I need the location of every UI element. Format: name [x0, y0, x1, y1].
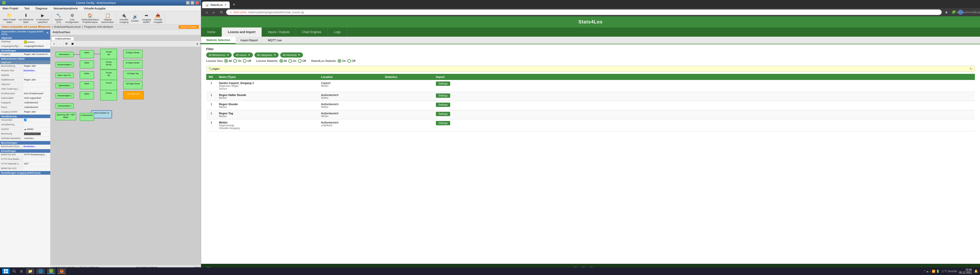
tool-in-miniserver[interactable]: ▶ In Miniserver speichern: [35, 12, 51, 24]
window-controls[interactable]: – □ ✕: [186, 1, 199, 5]
ersatz-button[interactable]: Ersatz ermitteln: [179, 25, 199, 29]
search-input[interactable]: [212, 67, 969, 70]
menu-netzwerk[interactable]: Netzwerkperipherie: [52, 6, 80, 10]
security-icon: ⚠: [229, 11, 232, 14]
tab-loxone-import[interactable]: Loxone and Import: [222, 27, 262, 37]
row2-loc-sub: Wetter: [321, 96, 380, 99]
properties-header: Eigenschaften (Virtueller Ausgang Befehl…: [0, 30, 50, 36]
minimize-button[interactable]: –: [186, 1, 189, 5]
tab-label: Stats4Lox: [210, 3, 223, 6]
tool-virtueller-ausgang[interactable]: 🔌 Virtueller Ausgang: [118, 12, 130, 24]
search-icon: 🔍: [208, 67, 212, 71]
tool-geraeute[interactable]: 🔊 Geräte+: [130, 13, 140, 23]
svg-text:Zähler: Zähler: [84, 93, 89, 95]
stats4lox-tab[interactable]: 📊 Stats4Lox ✕: [202, 2, 230, 8]
cell-import-2: Settings: [433, 92, 975, 101]
radio-s4l-on[interactable]: On: [338, 59, 346, 63]
table-row: 1 Regen Stunde Marker Außenbereich Wette…: [206, 101, 975, 110]
tool-gebaude[interactable]: 🏠 Gebäude&Status Projektanalyse: [80, 12, 100, 24]
tool-auto-konfig[interactable]: ⚙ Auto Konfiguration: [64, 12, 80, 24]
tab-close[interactable]: ✕: [224, 3, 227, 6]
prop-hinweis: Hinweis-Text Bearbeiten...: [0, 69, 50, 73]
settings-button-5[interactable]: Settings: [436, 121, 450, 125]
start-button[interactable]: [2, 269, 10, 274]
taskbar-firefox[interactable]: 🦊: [57, 269, 66, 274]
tool-aus-miniserver[interactable]: ⬇ Aus Miniserver laden: [18, 12, 35, 24]
radio-s4l-off[interactable]: Off: [347, 59, 355, 63]
diagram-canvas[interactable]: Minueinputs 1 Zähler Format AQ M Regen S…: [51, 47, 201, 265]
taskbar-loxone[interactable]: 🟩: [47, 269, 56, 274]
chip-all-rooms[interactable]: All rooms ✕: [233, 52, 253, 58]
tool-group-config: 🔧 System (FS) ⚙ Auto Konfiguration 🏠 Geb…: [52, 12, 116, 24]
prop-ausgangskonfig: Ausgangskonfiguration Ausgangsformbens: [0, 44, 50, 49]
page-tab-main[interactable]: AndySuseHaus: [52, 37, 74, 41]
taskbar-file-explorer[interactable]: 📁: [26, 269, 35, 274]
tool-virtuelle-ausgabe[interactable]: 📤 Virtuelle Ausgabe: [153, 12, 164, 24]
chip-close-2[interactable]: ✕: [274, 53, 276, 57]
row1-subname: Regensen Wippe: [219, 85, 316, 87]
settings-button-2[interactable]: Settings: [436, 93, 450, 98]
settings-button-1[interactable]: Settings: [436, 82, 450, 86]
chip-close-3[interactable]: ✕: [298, 53, 301, 57]
zoom-in-button[interactable]: +: [52, 41, 57, 46]
tool-ausgang-befehl[interactable]: ➡ Ausgang Befehl: [141, 12, 152, 24]
subtab-statistic-selection[interactable]: Statistic Selection: [201, 37, 235, 44]
notification-center[interactable]: 🔔: [974, 269, 978, 273]
prop-verwenden: Verwenden: [0, 118, 50, 123]
search-taskbar-icon[interactable]: [12, 269, 17, 274]
properties-close[interactable]: ✕: [46, 31, 49, 35]
radio-stat-off[interactable]: Off: [298, 59, 306, 63]
menu-main-projekt[interactable]: Main Projekt: [1, 6, 20, 10]
cell-import-1: Settings: [433, 80, 975, 92]
file-explorer-icon: 📁: [28, 269, 32, 273]
tool-main-projekt[interactable]: 📁 Main Projekt laden: [2, 12, 17, 24]
table-row: 1 Regen Halbe Stunde Marker Außenbereich…: [206, 92, 975, 101]
bookmark-button[interactable]: ★: [943, 9, 950, 15]
menu-virtuelle-ausgabe[interactable]: Virtuelle Ausgabe: [83, 6, 107, 10]
forward-button[interactable]: ▶: [211, 9, 217, 15]
taskbar-edge[interactable]: 🌐: [37, 269, 45, 274]
chip-all-categories[interactable]: All categories ✕: [255, 52, 279, 58]
svg-rect-55: [4, 269, 6, 271]
chip-all-elements[interactable]: All elements ✕: [280, 52, 303, 58]
col-import: Import: [433, 74, 975, 80]
subtab-mqtt-live[interactable]: MQTT Live: [263, 37, 287, 44]
select-all-button[interactable]: ▣: [70, 41, 75, 46]
new-tab-button[interactable]: +: [231, 1, 238, 8]
subtab-import-report[interactable]: Import Report: [235, 37, 263, 44]
settings-button-3[interactable]: Settings: [436, 103, 450, 107]
cell-stats-4: [382, 110, 433, 119]
filter-chips: All Miniservers ✕ All rooms ✕ All catego…: [206, 52, 975, 58]
tab-inputs-outputs[interactable]: Inputs / Outputs: [262, 27, 296, 37]
tab-chart-engines[interactable]: Chart Engines: [296, 27, 328, 37]
task-view-button[interactable]: ⊞: [19, 269, 24, 274]
tab-logs[interactable]: Logs: [328, 27, 347, 37]
zoom-out-button[interactable]: -: [58, 41, 63, 46]
radio-visu-all[interactable]: All: [224, 59, 232, 63]
radio-circle: [243, 59, 247, 63]
tool-system[interactable]: 🔧 System (FS): [54, 12, 64, 24]
radio-visu-on[interactable]: On: [233, 59, 242, 63]
address-bar[interactable]: ⚠ Nicht sicher loxberry/admin/plugins/st…: [226, 9, 942, 15]
tool-objekte[interactable]: 📋 Objekte beschreiben: [100, 12, 115, 24]
menu-dots-button[interactable]: ⋮: [972, 9, 978, 15]
temperature: 17°C Bewölkt: [942, 270, 957, 273]
chip-close-1[interactable]: ✕: [248, 53, 250, 57]
refresh-button[interactable]: ↻: [218, 9, 224, 15]
radio-visu-off[interactable]: Off: [243, 59, 251, 63]
table-body: 1 Garten Carport_Eingang 1 Regensen Wipp…: [206, 80, 975, 131]
svg-text:Stundeneingabe 1: Stundeneingabe 1: [57, 64, 72, 66]
radio-stat-all[interactable]: All: [280, 59, 287, 63]
back-button[interactable]: ◀: [203, 9, 209, 15]
menu-diagnose[interactable]: Diagnose: [34, 6, 49, 10]
maximize-button[interactable]: □: [191, 1, 194, 5]
chip-all-miniservers[interactable]: All Miniservers ✕: [206, 52, 232, 58]
chip-close-0[interactable]: ✕: [227, 53, 229, 57]
tab-home[interactable]: Home: [201, 27, 222, 37]
zoom-fit-button[interactable]: ⊞: [64, 41, 69, 46]
menu-test[interactable]: Test: [23, 6, 31, 10]
refresh-icon[interactable]: ↻: [969, 67, 973, 71]
radio-stat-on[interactable]: On: [288, 59, 297, 63]
close-button[interactable]: ✕: [195, 1, 199, 5]
settings-button-4[interactable]: Settings: [436, 112, 450, 116]
